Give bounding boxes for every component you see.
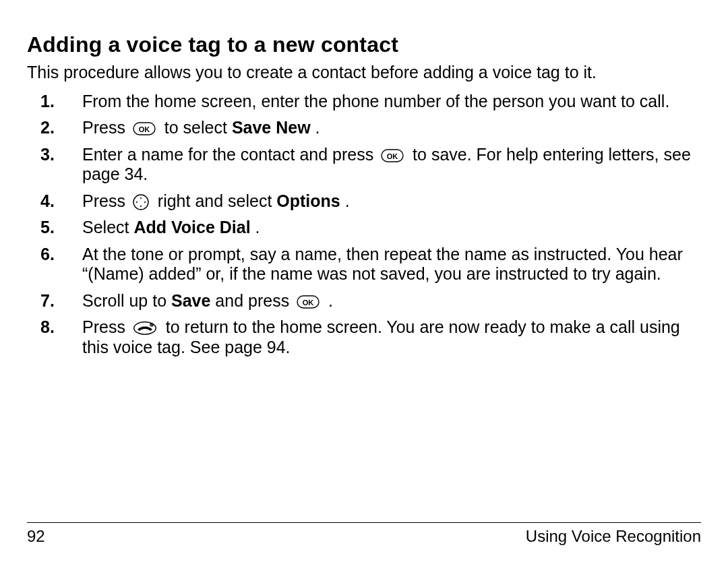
list-item: 4. Press right and select Options . bbox=[27, 191, 701, 212]
step-number: 4. bbox=[27, 191, 82, 212]
svg-point-7 bbox=[136, 201, 138, 203]
step-body: Press OK to select Save New . bbox=[82, 118, 701, 138]
ok-key-icon: OK bbox=[381, 147, 404, 160]
intro-paragraph: This procedure allows you to create a co… bbox=[27, 63, 701, 82]
section-title: Using Voice Recognition bbox=[526, 527, 701, 546]
list-item: 5. Select Add Voice Dial . bbox=[27, 218, 701, 238]
step-number: 8. bbox=[27, 317, 82, 338]
svg-text:OK: OK bbox=[139, 125, 150, 133]
svg-point-4 bbox=[133, 195, 148, 210]
svg-text:OK: OK bbox=[303, 298, 314, 306]
step-list: 1. From the home screen, enter the phone… bbox=[27, 92, 701, 358]
list-item: 3. Enter a name for the contact and pres… bbox=[27, 145, 701, 185]
list-item: 7. Scroll up to Save and press OK . bbox=[27, 291, 701, 311]
list-item: 2. Press OK to select Save New . bbox=[27, 118, 701, 138]
section-heading: Adding a voice tag to a new contact bbox=[27, 32, 701, 57]
step-number: 3. bbox=[27, 145, 82, 165]
ok-key-icon: OK bbox=[133, 120, 156, 133]
ok-key-icon: OK bbox=[297, 293, 320, 307]
step-body: Press to return to the home screen. You … bbox=[82, 317, 701, 357]
navigation-key-icon bbox=[133, 194, 149, 210]
list-item: 6. At the tone or prompt, say a name, th… bbox=[27, 245, 701, 284]
step-number: 6. bbox=[27, 245, 82, 265]
svg-text:OK: OK bbox=[387, 152, 398, 160]
svg-point-6 bbox=[140, 206, 142, 207]
list-item: 8. Press to return to the home screen. Y… bbox=[27, 317, 701, 357]
step-body: Press right and select Options . bbox=[82, 191, 701, 212]
svg-point-8 bbox=[144, 201, 146, 203]
step-body: Select Add Voice Dial . bbox=[82, 218, 701, 238]
step-number: 1. bbox=[27, 92, 82, 112]
page-number: 92 bbox=[27, 527, 45, 546]
step-body: From the home screen, enter the phone nu… bbox=[82, 92, 701, 112]
page-footer: 92 Using Voice Recognition bbox=[27, 522, 701, 546]
step-body: Scroll up to Save and press OK . bbox=[82, 291, 701, 311]
step-body: At the tone or prompt, say a name, then … bbox=[82, 245, 701, 284]
step-number: 5. bbox=[27, 218, 82, 238]
footer-rule bbox=[27, 522, 701, 523]
svg-point-5 bbox=[140, 197, 142, 199]
list-item: 1. From the home screen, enter the phone… bbox=[27, 92, 701, 112]
step-body: Enter a name for the contact and press O… bbox=[82, 145, 701, 185]
step-number: 2. bbox=[27, 118, 82, 138]
end-call-key-icon bbox=[133, 320, 157, 335]
manual-page: Adding a voice tag to a new contact This… bbox=[0, 0, 728, 562]
step-number: 7. bbox=[27, 291, 82, 311]
